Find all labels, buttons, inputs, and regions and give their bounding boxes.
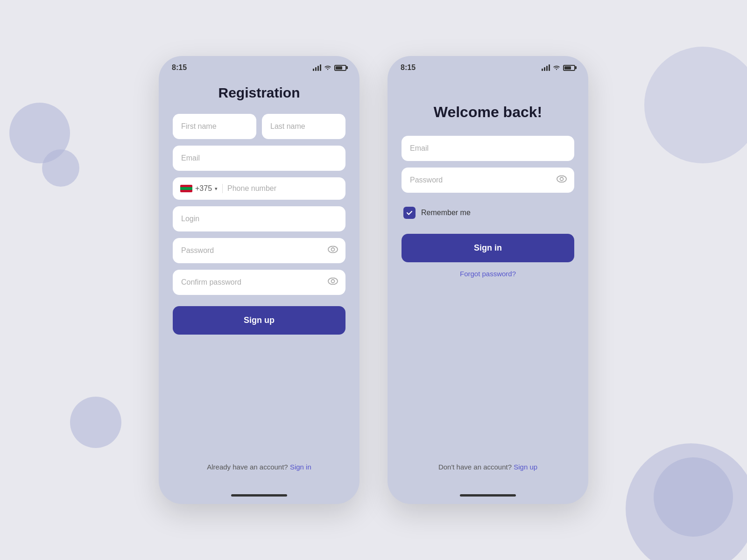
- confirm-password-wrapper: [173, 270, 345, 295]
- signin-button[interactable]: Sign in: [402, 234, 574, 262]
- remember-me-label: Remember me: [421, 209, 471, 217]
- password-input-registration[interactable]: [173, 238, 345, 263]
- battery-icon: [334, 65, 346, 71]
- login-wrapper: [173, 206, 345, 231]
- forgot-password-link[interactable]: Forgot password?: [402, 270, 574, 278]
- phones-container: 8:15 Registration: [159, 56, 588, 504]
- remember-row: Remember me: [403, 207, 572, 219]
- login-password-wrapper: [402, 168, 574, 193]
- phone-input-row: +375 ▾: [173, 177, 345, 200]
- signup-link-login[interactable]: Sign up: [514, 463, 537, 471]
- password-wrapper: [173, 238, 345, 263]
- status-bar-login: 8:15: [388, 56, 588, 76]
- svg-point-0: [328, 246, 338, 253]
- status-icons-login: [542, 64, 575, 71]
- registration-title: Registration: [173, 85, 345, 101]
- email-wrapper: [173, 146, 345, 171]
- svg-point-3: [331, 280, 335, 283]
- login-input[interactable]: [173, 206, 345, 231]
- signup-button[interactable]: Sign up: [173, 306, 345, 335]
- decorative-blob-3: [70, 397, 121, 448]
- svg-point-2: [328, 278, 338, 285]
- email-input-login[interactable]: [402, 136, 574, 161]
- decorative-blob-4: [644, 47, 747, 163]
- last-name-input[interactable]: [262, 114, 345, 139]
- phone-divider: [222, 184, 223, 193]
- svg-point-4: [557, 176, 566, 182]
- login-content: Welcome back!: [388, 76, 588, 490]
- first-name-input[interactable]: [173, 114, 256, 139]
- phone-number-input[interactable]: [227, 184, 338, 193]
- status-time-registration: 8:15: [172, 63, 187, 72]
- wifi-icon-login: [553, 64, 560, 71]
- decorative-blob-2: [42, 149, 79, 187]
- registration-phone: 8:15 Registration: [159, 56, 359, 504]
- chevron-down-icon: ▾: [215, 186, 218, 192]
- phone-code: +375: [195, 184, 212, 193]
- eye-icon-confirm[interactable]: [328, 278, 338, 287]
- welcome-title: Welcome back!: [402, 104, 574, 121]
- status-icons-registration: [313, 64, 346, 71]
- eye-icon-login[interactable]: [557, 175, 567, 185]
- remember-me-checkbox[interactable]: [403, 207, 416, 219]
- no-account-text: Don't have an account?: [438, 463, 512, 471]
- wifi-icon: [324, 64, 331, 71]
- signin-link[interactable]: Sign in: [290, 463, 311, 471]
- signal-icon-login: [542, 64, 550, 71]
- eye-icon-password[interactable]: [328, 246, 338, 256]
- decorative-blob-9: [654, 457, 733, 537]
- login-phone: 8:15 Welcome back!: [388, 56, 588, 504]
- battery-icon-login: [563, 65, 575, 71]
- status-bar-registration: 8:15: [159, 56, 359, 76]
- confirm-password-input[interactable]: [173, 270, 345, 295]
- name-row: [173, 114, 345, 139]
- signal-icon: [313, 64, 321, 71]
- svg-point-5: [560, 177, 564, 181]
- email-input-registration[interactable]: [173, 146, 345, 171]
- login-email-wrapper: [402, 136, 574, 161]
- already-account-text: Already have an account?: [207, 463, 288, 471]
- home-indicator-login: [460, 494, 516, 497]
- home-indicator-registration: [231, 494, 287, 497]
- registration-content: Registration +375 ▾: [159, 76, 359, 490]
- svg-point-1: [331, 248, 335, 251]
- country-code-selector[interactable]: +375 ▾: [180, 184, 218, 193]
- status-time-login: 8:15: [401, 63, 416, 72]
- password-input-login[interactable]: [402, 168, 574, 193]
- login-bottom-link: Don't have an account? Sign up: [402, 449, 574, 471]
- flag-icon: [180, 185, 192, 192]
- registration-bottom-link: Already have an account? Sign in: [173, 449, 345, 471]
